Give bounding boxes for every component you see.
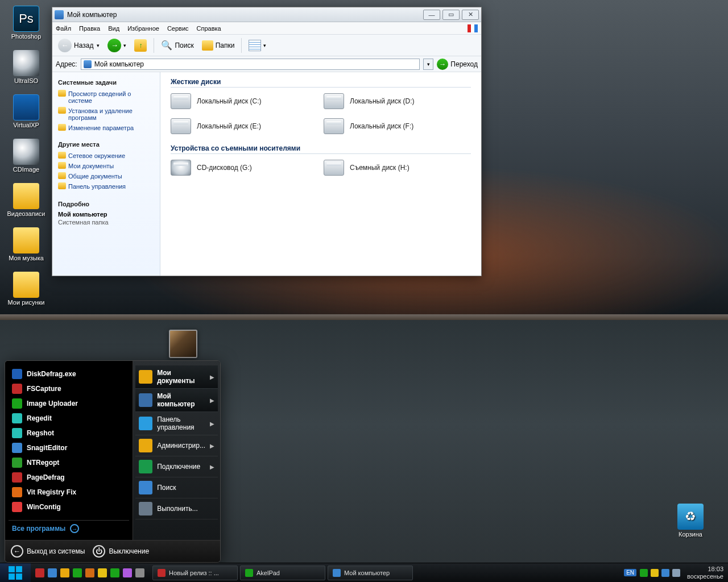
quicklaunch-icon[interactable]: [98, 568, 107, 577]
back-button[interactable]: ← Назад ▾: [56, 38, 102, 53]
search-button[interactable]: 🔍 Поиск: [159, 39, 196, 52]
place-icon: [139, 393, 152, 407]
start-places-item[interactable]: Мой компьютер ▶: [135, 389, 218, 412]
language-indicator[interactable]: EN: [624, 569, 636, 576]
all-programs[interactable]: Все программы →: [9, 520, 129, 537]
start-program-item[interactable]: DiskDefrag.exe: [9, 367, 129, 381]
folders-button[interactable]: Папки: [200, 39, 237, 52]
menu-Правка[interactable]: Правка: [79, 25, 100, 32]
start-program-item[interactable]: Regshot: [9, 426, 129, 440]
place-label: Подключение: [157, 463, 200, 471]
taskbar-button[interactable]: Мой компьютер: [328, 566, 413, 580]
start-program-item[interactable]: SnagitEditor: [9, 440, 129, 455]
menu-Избранное[interactable]: Избранное: [127, 25, 159, 32]
desktop-icon-Мои рисунки[interactable]: Мои рисунки: [6, 272, 47, 306]
place-label: Мой компьютер: [157, 392, 205, 408]
forward-button[interactable]: → ▾: [105, 38, 129, 53]
program-label: Image Uploader: [27, 400, 78, 408]
quicklaunch-icon[interactable]: [73, 568, 82, 577]
quicklaunch-icon[interactable]: [35, 568, 44, 577]
drive-item[interactable]: Локальный диск (F:): [324, 118, 471, 134]
side-link[interactable]: Просмотр сведений о системе: [58, 89, 154, 106]
desktop-icon-Моя музыка[interactable]: Моя музыка: [6, 227, 47, 261]
tray-icon[interactable]: [640, 569, 648, 577]
side-link[interactable]: Установка и удаление программ: [58, 106, 154, 123]
up-button[interactable]: ↑: [132, 38, 149, 53]
desktop-icon-UltraISO[interactable]: UltraISO: [6, 50, 47, 84]
maximize-button[interactable]: ▭: [442, 10, 460, 20]
address-dropdown[interactable]: ▾: [423, 59, 433, 70]
program-label: NTRegopt: [27, 459, 59, 467]
start-program-item[interactable]: NTRegopt: [9, 455, 129, 470]
side-link[interactable]: Сетевое окружение: [58, 151, 154, 161]
titlebar[interactable]: Мой компьютер — ▭ ✕: [52, 7, 481, 22]
program-icon: [12, 428, 22, 438]
quicklaunch-icon[interactable]: [85, 568, 94, 577]
start-right-column: Мои документы ▶ Мой компьютер ▶ Панель у…: [133, 361, 220, 540]
clock[interactable]: 18:03 воскресенье: [687, 566, 723, 579]
chevron-down-icon: ▾: [97, 43, 100, 48]
start-button[interactable]: [0, 563, 31, 582]
start-program-item[interactable]: PageDefrag: [9, 470, 129, 485]
quicklaunch-icon[interactable]: [110, 568, 119, 577]
start-program-item[interactable]: WinContig: [9, 500, 129, 514]
views-button[interactable]: ▾: [246, 39, 268, 52]
go-icon: →: [437, 59, 448, 70]
side-link[interactable]: Мои документы: [58, 161, 154, 171]
address-input[interactable]: Мой компьютер: [81, 59, 420, 70]
shutdown-button[interactable]: ⏻ Выключение: [93, 545, 149, 558]
drive-label: Локальный диск (D:): [350, 97, 415, 105]
drive-item[interactable]: CD-дисковод (G:): [171, 160, 318, 176]
clock-day: воскресенье: [687, 573, 723, 580]
menu-Вид[interactable]: Вид: [108, 25, 119, 32]
menu-Справка[interactable]: Справка: [197, 25, 221, 32]
drive-item[interactable]: Локальный диск (D:): [324, 93, 471, 109]
start-program-item[interactable]: Image Uploader: [9, 396, 129, 411]
tray-icon[interactable]: [661, 569, 669, 577]
quicklaunch-icon[interactable]: [60, 568, 69, 577]
program-icon: [12, 487, 22, 497]
start-program-item[interactable]: Vit Registry Fix: [9, 485, 129, 500]
start-places-item[interactable]: Подключение ▶: [135, 456, 218, 477]
svg-rect-1: [16, 566, 22, 572]
program-icon: [12, 384, 22, 394]
desktop-icon-Видеозаписи[interactable]: Видеозаписи: [6, 183, 47, 217]
quicklaunch-icon[interactable]: [123, 568, 132, 577]
desktop-icon-CDImage[interactable]: CDImage: [6, 139, 47, 173]
go-button[interactable]: → Переход: [437, 59, 478, 70]
tray-icon[interactable]: [651, 569, 659, 577]
quicklaunch-icon[interactable]: [48, 568, 57, 577]
side-link[interactable]: Изменение параметра: [58, 123, 154, 133]
power-icon: ⏻: [93, 545, 105, 558]
back-icon: ←: [58, 39, 72, 52]
desktop-icon-Photoshop[interactable]: Ps Photoshop: [6, 6, 47, 40]
taskbar-button[interactable]: Новый релиз :: ...: [152, 566, 238, 580]
menu-Сервис[interactable]: Сервис: [167, 25, 189, 32]
start-places-item[interactable]: Поиск: [135, 477, 218, 498]
close-button[interactable]: ✕: [462, 10, 479, 20]
drive-item[interactable]: Локальный диск (C:): [171, 93, 318, 109]
start-program-item[interactable]: FSCapture: [9, 381, 129, 396]
start-user-avatar[interactable]: [169, 330, 197, 358]
tray-icon[interactable]: [672, 569, 680, 577]
start-places-item[interactable]: Мои документы ▶: [135, 365, 218, 389]
side-link[interactable]: Общие документы: [58, 171, 154, 181]
recycle-bin[interactable]: ♻ Корзина: [670, 504, 711, 538]
start-places-item[interactable]: Выполнить...: [135, 498, 218, 519]
logoff-button[interactable]: ← Выход из системы: [11, 545, 85, 558]
minimize-button[interactable]: —: [423, 10, 440, 20]
details-type: Системная папка: [58, 219, 154, 226]
side-link[interactable]: Панель управления: [58, 181, 154, 192]
taskbar-button[interactable]: AkelPad: [240, 566, 325, 580]
quicklaunch-icon[interactable]: [135, 568, 144, 577]
start-program-item[interactable]: Regedit: [9, 411, 129, 426]
app-icon: [13, 50, 39, 76]
desktop-icon-VirtualXP[interactable]: VirtualXP: [6, 94, 47, 128]
drive-item[interactable]: Съемный диск (H:): [324, 160, 471, 176]
explorer-window: Мой компьютер — ▭ ✕ ФайлПравкаВидИзбранн…: [52, 7, 482, 276]
menu-Файл[interactable]: Файл: [56, 25, 71, 32]
program-label: Vit Registry Fix: [27, 488, 76, 496]
start-places-item[interactable]: Администрир... ▶: [135, 435, 218, 456]
drive-item[interactable]: Локальный диск (E:): [171, 118, 318, 134]
start-places-item[interactable]: Панель управления ▶: [135, 412, 218, 435]
